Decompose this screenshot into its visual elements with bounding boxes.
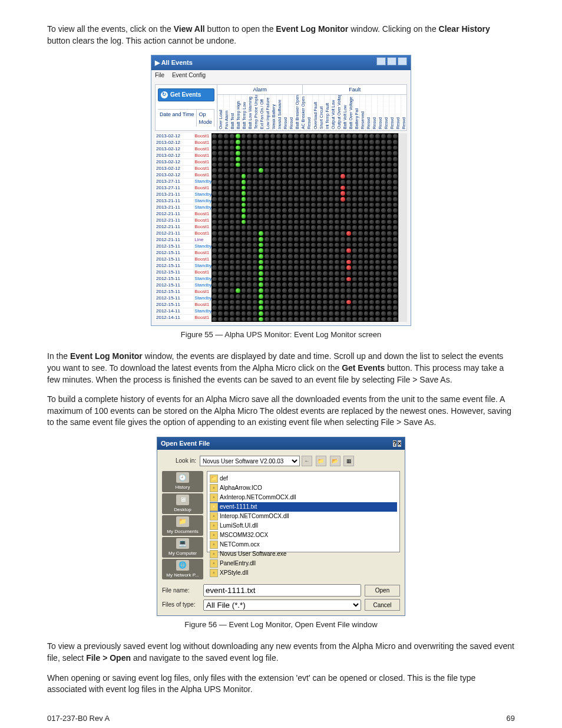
help-icon[interactable]: ?	[393, 440, 396, 447]
file-item[interactable]: ▫Interop.NETCommOCX.dll	[210, 512, 397, 521]
close-icon[interactable]: ×	[398, 440, 401, 447]
led-indicator	[230, 282, 234, 287]
place-item[interactable]: 📁My Documents	[162, 515, 203, 536]
led-indicator	[375, 186, 380, 190]
open-button[interactable]: Open	[365, 585, 400, 597]
new-folder-icon[interactable]: 📂	[330, 456, 340, 466]
led-indicator	[329, 237, 333, 242]
led-indicator	[346, 134, 351, 139]
led-indicator	[288, 214, 293, 219]
led-indicator	[352, 300, 357, 305]
led-indicator	[218, 305, 223, 310]
led-indicator	[329, 220, 333, 225]
led-indicator	[335, 294, 339, 299]
led-indicator	[270, 151, 275, 156]
menu-event-config[interactable]: Event Config	[172, 72, 206, 78]
filetype-select[interactable]: All File (*.*)	[203, 599, 361, 611]
led-indicator	[335, 282, 339, 287]
led-indicator	[236, 203, 240, 207]
minimize-icon[interactable]	[376, 57, 386, 65]
led-indicator	[276, 277, 281, 282]
led-indicator	[253, 214, 257, 219]
scrollbar[interactable]	[398, 133, 407, 322]
led-indicator	[323, 237, 328, 242]
led-indicator	[369, 305, 374, 310]
led-indicator	[364, 174, 369, 179]
led-indicator	[329, 294, 333, 299]
file-item[interactable]: 📁def	[210, 474, 397, 483]
place-item[interactable]: 🖥Desktop	[162, 493, 203, 514]
views-icon[interactable]: ▦	[343, 456, 354, 466]
led-indicator	[393, 311, 398, 316]
led-indicator	[224, 203, 229, 207]
led-indicator	[375, 282, 380, 287]
file-item[interactable]: ▫NETComm.ocx	[210, 540, 397, 549]
close-icon[interactable]	[398, 57, 407, 65]
file-item[interactable]: ▫XPStyle.dll	[210, 568, 397, 578]
file-item[interactable]: ▫LumiSoft.UI.dll	[210, 521, 397, 531]
col-header: Batt Test	[229, 95, 235, 130]
led-indicator	[212, 305, 217, 310]
led-row	[211, 219, 398, 225]
led-indicator	[288, 254, 293, 259]
menu-file[interactable]: File	[155, 72, 164, 78]
event-datetime: 2012-15-11 01:45:53	[155, 282, 193, 288]
file-item[interactable]: ▫event-1111.txt	[210, 502, 397, 512]
led-indicator	[294, 214, 299, 219]
led-indicator	[300, 260, 305, 265]
led-indicator	[276, 225, 281, 230]
paragraph-5: When opening or saving event log files, …	[47, 673, 515, 696]
led-indicator	[224, 305, 229, 310]
back-icon[interactable]: ←	[302, 456, 312, 466]
led-indicator	[300, 311, 305, 316]
led-row	[211, 288, 398, 294]
led-indicator	[270, 243, 275, 248]
led-indicator	[259, 271, 263, 276]
file-item[interactable]: ▫PanelEntry.dll	[210, 559, 397, 568]
place-item[interactable]: 💻My Computer	[162, 537, 203, 558]
filename-input[interactable]	[203, 584, 361, 597]
led-indicator	[270, 248, 275, 253]
led-indicator	[294, 305, 299, 310]
led-indicator	[358, 254, 363, 259]
place-item[interactable]: 🕘History	[162, 471, 203, 492]
file-item[interactable]: ▫AlphaArrow.ICO	[210, 483, 397, 493]
col-header: Fan Alarm	[223, 95, 229, 130]
led-indicator	[265, 214, 269, 219]
led-indicator	[306, 243, 310, 248]
led-indicator	[236, 214, 240, 219]
led-indicator	[393, 231, 398, 236]
led-indicator	[393, 248, 398, 253]
text: To view all the events, click on the	[47, 24, 174, 34]
event-datetime: 2013-02-12 02:17:37	[155, 166, 193, 172]
file-list[interactable]: 📁def▫AlphaArrow.ICO▫AxInterop.NETCommOCX…	[207, 471, 400, 552]
led-indicator	[282, 168, 287, 173]
led-indicator	[352, 191, 357, 196]
led-indicator	[381, 265, 386, 270]
file-item[interactable]: ▫Novus User Software.exe	[210, 549, 397, 559]
get-events-button[interactable]: ↻ Get Events	[158, 88, 214, 101]
led-indicator	[369, 288, 374, 293]
place-item[interactable]: 🌐My Network P...	[162, 559, 203, 579]
cancel-button[interactable]: Cancel	[365, 599, 400, 611]
led-indicator	[358, 157, 363, 162]
led-indicator	[242, 225, 246, 230]
maximize-icon[interactable]	[387, 57, 396, 65]
led-indicator	[317, 254, 322, 259]
led-indicator	[247, 191, 252, 196]
led-indicator	[340, 168, 345, 173]
led-indicator	[282, 203, 287, 207]
led-indicator	[358, 225, 363, 230]
led-indicator	[294, 260, 299, 265]
led-indicator	[230, 231, 234, 236]
look-in-select[interactable]: Novus User Software V2.00.03	[200, 456, 300, 466]
file-item[interactable]: ▫AxInterop.NETCommOCX.dll	[210, 493, 397, 502]
led-indicator	[253, 288, 257, 293]
event-opmode: Boost1	[193, 146, 211, 152]
led-indicator	[317, 305, 322, 310]
led-indicator	[329, 140, 333, 144]
up-icon[interactable]: 📁	[316, 456, 326, 466]
led-indicator	[393, 191, 398, 196]
file-item[interactable]: ▫MSCOMM32.OCX	[210, 531, 397, 540]
led-indicator	[224, 225, 229, 230]
